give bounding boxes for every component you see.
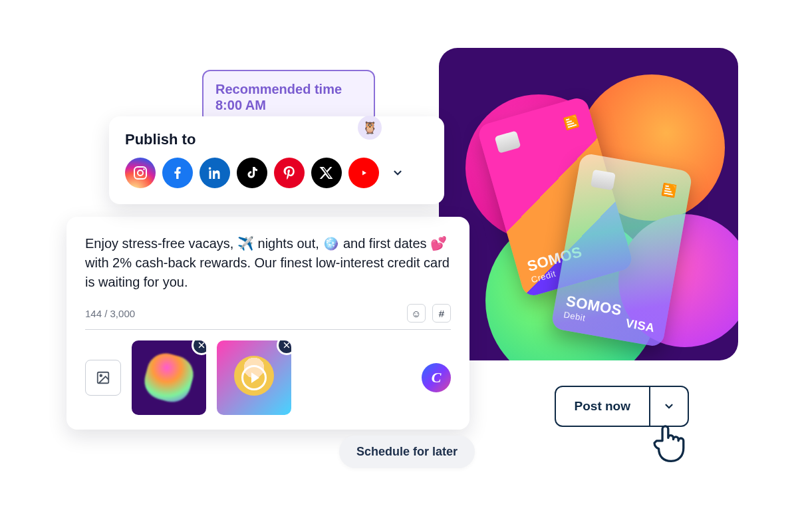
x-icon[interactable] xyxy=(311,158,342,188)
instagram-icon[interactable] xyxy=(125,158,156,188)
contactless-icon: 📶 xyxy=(660,182,678,199)
canva-button[interactable]: C xyxy=(422,363,451,392)
svg-point-1 xyxy=(138,170,143,176)
post-now-dropdown[interactable] xyxy=(650,386,689,427)
publish-to-heading: Publish to xyxy=(125,131,428,148)
more-networks-button[interactable] xyxy=(386,161,410,185)
post-preview-panel: 📶 SOMOS Credit 📶 SOMOS Debit VISA xyxy=(439,48,738,360)
pinterest-icon[interactable] xyxy=(274,158,305,188)
svg-point-2 xyxy=(143,168,144,170)
youtube-icon[interactable] xyxy=(348,158,379,188)
publish-to-card: Publish to xyxy=(109,116,444,204)
attachments-row: C xyxy=(85,340,451,415)
play-icon xyxy=(241,365,267,390)
chip-icon xyxy=(495,130,521,153)
character-count: 144 / 3,000 xyxy=(85,308,135,319)
post-now-button[interactable]: Post now xyxy=(555,386,650,427)
recommended-time-label: Recommended time xyxy=(215,80,362,98)
chip-icon xyxy=(591,170,616,191)
facebook-icon[interactable] xyxy=(162,158,193,188)
contactless-icon: 📶 xyxy=(562,113,580,132)
post-now-group: Post now xyxy=(555,386,689,427)
tiktok-icon[interactable] xyxy=(237,158,267,188)
schedule-later-button[interactable]: Schedule for later xyxy=(339,436,475,468)
recommended-time-callout: Recommended time 8:00 AM xyxy=(202,70,375,124)
emoji-button[interactable]: ☺ xyxy=(407,304,426,323)
attachment-thumb[interactable] xyxy=(132,340,206,415)
hashtag-button[interactable]: # xyxy=(432,304,451,323)
add-media-button[interactable] xyxy=(85,360,121,396)
linkedin-icon[interactable] xyxy=(200,158,230,188)
owl-icon: 🦉 xyxy=(358,116,382,140)
attachment-thumb[interactable] xyxy=(217,340,291,415)
svg-point-4 xyxy=(100,374,102,376)
post-text[interactable]: Enjoy stress-free vacays, ✈️ nights out,… xyxy=(85,234,451,292)
recommended-time-value: 8:00 AM xyxy=(215,98,362,113)
composer-card: Enjoy stress-free vacays, ✈️ nights out,… xyxy=(66,217,469,430)
composer-meta-row: 144 / 3,000 ☺ # xyxy=(85,304,451,330)
network-row xyxy=(125,158,428,188)
